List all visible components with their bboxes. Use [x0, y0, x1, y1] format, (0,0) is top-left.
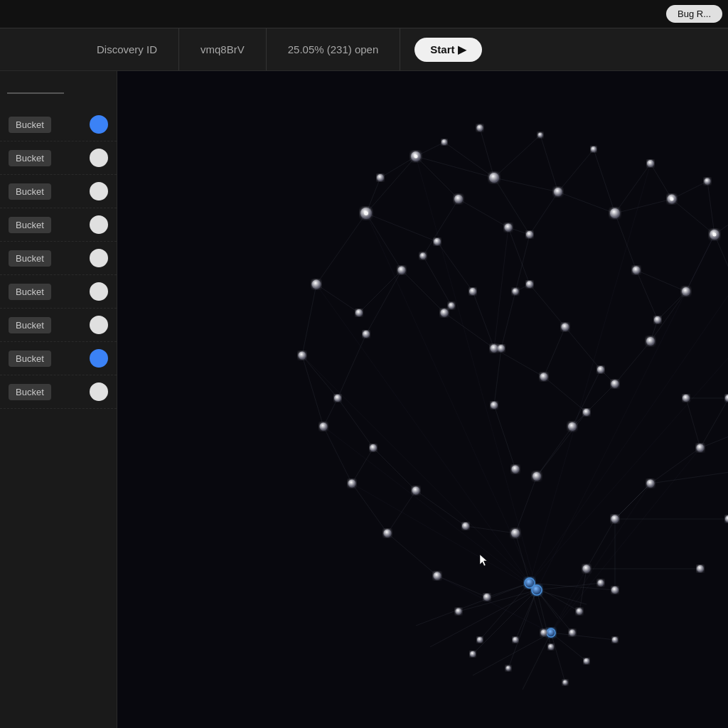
svg-point-207	[384, 530, 392, 537]
svg-point-173	[654, 316, 661, 323]
svg-point-162	[363, 331, 370, 338]
sidebar: BucketBucketBucketBucketBucketBucketBuck…	[0, 71, 117, 728]
svg-point-183	[611, 380, 619, 388]
svg-point-184	[682, 395, 690, 402]
svg-point-171	[562, 323, 569, 331]
svg-point-156	[633, 267, 641, 274]
svg-point-148	[610, 208, 620, 218]
svg-point-166	[469, 288, 476, 295]
bucket-item-3: Bucket	[0, 208, 117, 242]
svg-point-163	[420, 253, 427, 259]
svg-point-194	[511, 529, 520, 537]
bucket-label-2[interactable]: Bucket	[9, 183, 51, 200]
svg-point-146	[489, 173, 499, 183]
svg-point-223	[414, 155, 418, 159]
svg-point-213	[506, 666, 511, 671]
svg-point-216	[548, 644, 554, 650]
svg-point-137	[477, 125, 483, 132]
bucket-item-1: Bucket	[0, 141, 117, 175]
svg-point-224	[364, 211, 368, 215]
svg-point-200	[697, 565, 704, 572]
discovery-id-value: vmq8BrV	[179, 28, 267, 70]
svg-point-214	[513, 637, 518, 643]
svg-point-199	[647, 480, 655, 488]
svg-point-212	[483, 594, 491, 601]
bucket-item-4: Bucket	[0, 242, 117, 275]
bucket-item-6: Bucket	[0, 309, 117, 342]
sidebar-divider	[7, 92, 64, 94]
svg-point-167	[491, 345, 498, 353]
svg-point-152	[398, 267, 406, 274]
bucket-toggle-3[interactable]	[90, 215, 108, 234]
svg-point-208	[434, 572, 441, 580]
svg-point-211	[477, 637, 483, 643]
bucket-toggle-6[interactable]	[90, 316, 108, 334]
svg-point-222	[612, 637, 618, 643]
svg-rect-0	[117, 71, 728, 728]
svg-point-176	[320, 423, 328, 431]
svg-point-226	[670, 198, 674, 201]
bucket-label-0[interactable]: Bucket	[9, 117, 51, 133]
top-bar: Bug R...	[0, 0, 728, 28]
svg-point-197	[611, 515, 619, 523]
svg-point-189	[348, 480, 356, 488]
bucket-toggle-4[interactable]	[90, 249, 108, 267]
bucket-toggle-2[interactable]	[90, 182, 108, 200]
svg-point-147	[554, 188, 562, 196]
svg-point-215	[541, 630, 547, 636]
svg-point-191	[412, 487, 420, 495]
svg-point-218	[569, 630, 576, 636]
svg-point-141	[705, 178, 711, 185]
svg-point-221	[598, 580, 604, 587]
svg-point-181	[583, 409, 590, 416]
bucket-item-0: Bucket	[0, 108, 117, 141]
svg-point-157	[682, 287, 690, 296]
discovery-id-label: Discovery ID	[11, 28, 179, 70]
bucket-label-3[interactable]: Bucket	[9, 217, 51, 233]
svg-point-180	[568, 422, 577, 431]
svg-point-161	[355, 309, 363, 316]
bucket-label-1[interactable]: Bucket	[9, 150, 51, 166]
svg-point-178	[491, 402, 498, 409]
bucket-label-6[interactable]: Bucket	[9, 317, 51, 333]
svg-point-168	[498, 345, 505, 352]
bucket-item-2: Bucket	[0, 175, 117, 208]
svg-point-182	[597, 366, 604, 373]
svg-point-179	[540, 373, 548, 381]
svg-point-190	[370, 444, 377, 451]
svg-point-153	[434, 238, 441, 245]
network-area[interactable]	[117, 71, 728, 728]
svg-point-164	[441, 309, 449, 317]
svg-point-172	[646, 337, 655, 346]
svg-point-151	[312, 280, 321, 289]
bucket-label-4[interactable]: Bucket	[9, 250, 51, 267]
svg-point-140	[647, 160, 654, 167]
bucket-label-8[interactable]: Bucket	[9, 384, 51, 400]
bucket-item-5: Bucket	[0, 275, 117, 309]
bug-report-button[interactable]: Bug R...	[666, 5, 722, 23]
bucket-toggle-1[interactable]	[90, 149, 108, 167]
svg-point-220	[584, 658, 589, 664]
svg-point-195	[532, 472, 541, 481]
bucket-toggle-7[interactable]	[90, 349, 108, 368]
main-layout: BucketBucketBucketBucketBucketBucketBuck…	[0, 71, 728, 728]
bucket-toggle-0[interactable]	[90, 115, 108, 134]
svg-point-198	[611, 587, 619, 594]
svg-point-138	[538, 133, 543, 138]
svg-point-193	[512, 466, 520, 473]
svg-point-165	[449, 303, 455, 309]
bucket-toggle-8[interactable]	[90, 382, 108, 401]
bucket-label-7[interactable]: Bucket	[9, 350, 51, 367]
bucket-toggle-5[interactable]	[90, 282, 108, 301]
svg-point-219	[577, 609, 583, 615]
bucket-label-5[interactable]: Bucket	[9, 284, 51, 300]
svg-point-154	[505, 224, 513, 232]
svg-point-196	[583, 565, 591, 573]
info-bar: Discovery ID vmq8BrV 25.05% (231) open S…	[0, 28, 728, 71]
start-button[interactable]: Start ▶	[414, 38, 481, 62]
svg-point-185	[697, 444, 705, 452]
svg-point-145	[454, 195, 463, 203]
svg-point-210	[470, 651, 476, 657]
svg-point-209	[456, 609, 462, 615]
svg-point-225	[713, 233, 717, 237]
